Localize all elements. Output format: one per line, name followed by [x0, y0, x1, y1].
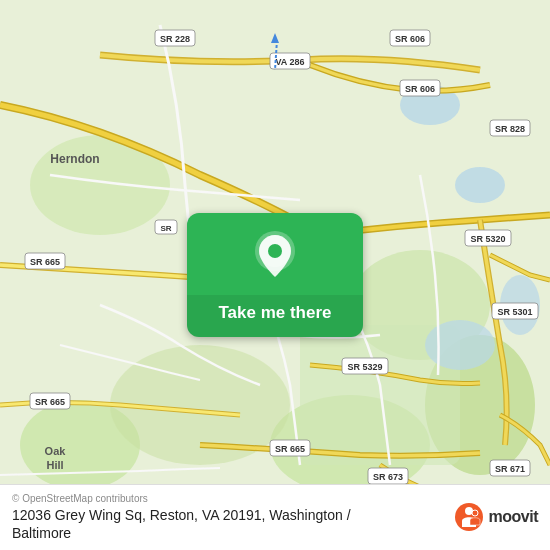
take-me-there-button[interactable]: Take me there [187, 213, 363, 337]
address-text: 12036 Grey Wing Sq, Reston, VA 20191, Wa… [12, 506, 392, 542]
copyright-text: © OpenStreetMap contributors [12, 493, 392, 504]
svg-text:SR 228: SR 228 [160, 34, 190, 44]
svg-text:SR 665: SR 665 [35, 397, 65, 407]
take-me-there-label: Take me there [187, 295, 363, 337]
svg-text:SR 5329: SR 5329 [347, 362, 382, 372]
svg-text:SR 5301: SR 5301 [497, 307, 532, 317]
svg-text:SR 5320: SR 5320 [470, 234, 505, 244]
svg-text:SR 828: SR 828 [495, 124, 525, 134]
svg-text:SR: SR [160, 224, 171, 233]
svg-text:SR 671: SR 671 [495, 464, 525, 474]
moovit-brand-text: moovit [489, 508, 538, 526]
svg-text:SR 673: SR 673 [373, 472, 403, 482]
svg-text:Oak: Oak [45, 445, 67, 457]
address-section: © OpenStreetMap contributors 12036 Grey … [12, 493, 392, 542]
svg-point-48 [268, 244, 282, 258]
svg-text:Hill: Hill [46, 459, 63, 471]
pin-icon-area [187, 213, 363, 295]
moovit-logo: moovit [453, 501, 538, 533]
svg-text:SR 665: SR 665 [275, 444, 305, 454]
svg-point-51 [472, 510, 478, 516]
svg-point-10 [425, 320, 495, 370]
bottom-bar: © OpenStreetMap contributors 12036 Grey … [0, 484, 550, 550]
svg-text:Herndon: Herndon [50, 152, 99, 166]
map-container: SR 228 SR 606 VA 286 SR 606 SR 828 SR 66… [0, 0, 550, 550]
svg-text:SR 665: SR 665 [30, 257, 60, 267]
moovit-icon [453, 501, 485, 533]
svg-text:SR 606: SR 606 [395, 34, 425, 44]
svg-point-9 [455, 167, 505, 203]
svg-text:SR 606: SR 606 [405, 84, 435, 94]
location-pin-icon [253, 231, 297, 285]
svg-text:VA 286: VA 286 [275, 57, 304, 67]
